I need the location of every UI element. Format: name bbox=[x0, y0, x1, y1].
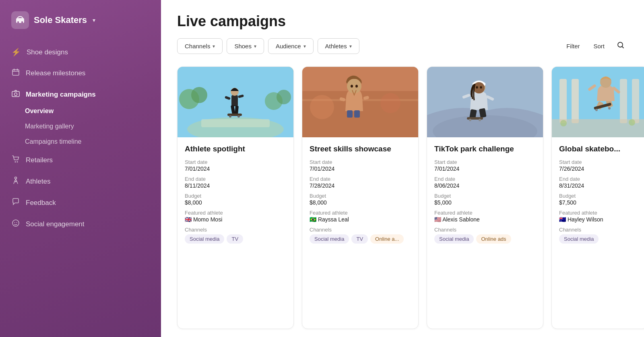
card-title: Athlete spotlight bbox=[185, 145, 286, 153]
brand-icon bbox=[11, 11, 29, 29]
svg-point-28 bbox=[277, 90, 291, 104]
card-channels-field: Channels Social media Online ads bbox=[434, 227, 536, 244]
card-budget-field: Budget $8,000 bbox=[310, 193, 411, 206]
sidebar-sub-campaigns-timeline[interactable]: Campaigns timeline bbox=[25, 134, 161, 149]
card-athlete-field: Featured athlete 🇧🇷 Rayssa Leal bbox=[310, 210, 411, 223]
sidebar-subnav-marketing: Overview Marketing gallery Campaigns tim… bbox=[0, 103, 161, 149]
channels-filter[interactable]: Channels ▾ bbox=[177, 38, 223, 54]
card-channels-tags: Social media TV bbox=[185, 234, 286, 244]
card-budget-field: Budget $5,000 bbox=[434, 193, 536, 206]
budget-label: Budget bbox=[185, 193, 286, 199]
page-title: Live campaigns bbox=[177, 13, 628, 30]
channel-tag-tv: TV bbox=[351, 234, 368, 244]
sidebar-item-marketing-campaigns[interactable]: Marketing campaigns bbox=[0, 84, 161, 105]
svg-point-70 bbox=[629, 119, 635, 126]
svg-point-32 bbox=[310, 95, 334, 119]
svg-point-35 bbox=[351, 85, 353, 88]
svg-rect-16 bbox=[231, 95, 238, 106]
start-label: Start date bbox=[185, 159, 286, 165]
athletes-label: Athletes bbox=[325, 43, 347, 50]
emoji-icon bbox=[11, 219, 20, 229]
card-body-tiktok: TikTok park challenge Start date 7/01/20… bbox=[427, 137, 543, 253]
sidebar-item-release-milestones[interactable]: Release milestones bbox=[0, 62, 161, 84]
card-channels-tags: Social media Online ads bbox=[434, 234, 536, 244]
channel-tag-social-media: Social media bbox=[434, 234, 474, 244]
card-budget-field: Budget $8,000 bbox=[185, 193, 286, 206]
channels-label: Channels bbox=[185, 43, 210, 50]
card-channels-tags: Social media TV Online a... bbox=[310, 234, 411, 244]
sidebar-item-label: Retailers bbox=[26, 156, 53, 164]
card-end-date-field: End date 8/31/2024 bbox=[559, 176, 640, 189]
brand-header[interactable]: Sole Skaters ▾ bbox=[0, 0, 161, 39]
athlete-flag: 🇺🇸 bbox=[434, 216, 441, 223]
shoes-chevron-icon: ▾ bbox=[254, 43, 256, 49]
sidebar-sub-overview[interactable]: Overview bbox=[25, 103, 161, 119]
brand-name: Sole Skaters bbox=[34, 15, 87, 25]
sidebar-item-feedback[interactable]: Feedback bbox=[0, 192, 161, 213]
chat-icon bbox=[11, 198, 20, 208]
card-channels-tags: Social media bbox=[559, 234, 640, 244]
cart-icon bbox=[11, 155, 20, 165]
athlete-name: 🇬🇧 Momo Mosi bbox=[185, 216, 286, 223]
svg-point-33 bbox=[380, 93, 400, 113]
sidebar: Sole Skaters ▾ ⚡ Shoe designs Release mi… bbox=[0, 0, 161, 337]
card-channels-field: Channels Social media TV bbox=[185, 227, 286, 244]
svg-point-5 bbox=[14, 93, 17, 96]
card-end-date-field: End date 8/11/2024 bbox=[185, 176, 286, 189]
svg-point-9 bbox=[12, 220, 19, 226]
sidebar-item-retailers[interactable]: Retailers bbox=[0, 149, 161, 171]
card-body-global: Global skatebo... Start date 7/26/2024 E… bbox=[552, 137, 644, 253]
card-title: Street skills showcase bbox=[310, 145, 411, 153]
sidebar-item-social-engagement[interactable]: Social engagement bbox=[0, 213, 161, 235]
campaign-card-global[interactable]: Global skatebo... Start date 7/26/2024 E… bbox=[551, 66, 644, 329]
athlete-flag: 🇧🇷 bbox=[310, 216, 316, 223]
channel-tag-online: Online a... bbox=[370, 234, 404, 244]
card-athlete-field: Featured athlete 🇦🇺 Hayley Wilson bbox=[559, 210, 640, 223]
page-header: Live campaigns bbox=[161, 0, 644, 38]
campaigns-container: Athlete spotlight Start date 7/01/2024 E… bbox=[161, 62, 644, 337]
search-button[interactable] bbox=[613, 38, 628, 54]
svg-rect-0 bbox=[16, 18, 24, 23]
brand-chevron-icon: ▾ bbox=[93, 17, 95, 23]
card-image-global bbox=[552, 67, 644, 137]
channels-chevron-icon: ▾ bbox=[213, 43, 215, 49]
sidebar-item-shoe-designs[interactable]: ⚡ Shoe designs bbox=[0, 42, 161, 62]
svg-point-46 bbox=[476, 86, 478, 89]
card-image-street-skills bbox=[302, 67, 418, 137]
calendar-icon bbox=[11, 68, 20, 78]
svg-point-68 bbox=[608, 107, 611, 110]
filter-button[interactable]: Filter bbox=[561, 39, 584, 54]
athlete-label: Featured athlete bbox=[185, 210, 286, 216]
svg-point-7 bbox=[17, 161, 18, 163]
athlete-icon bbox=[11, 176, 20, 186]
channels-label: Channels bbox=[185, 227, 286, 233]
sidebar-item-label: Athletes bbox=[26, 178, 50, 186]
sidebar-item-athletes[interactable]: Athletes bbox=[0, 171, 161, 192]
card-image-athlete-spotlight bbox=[178, 67, 293, 137]
athletes-filter[interactable]: Athletes ▾ bbox=[318, 38, 359, 54]
svg-point-2 bbox=[21, 21, 23, 23]
main-content: Live campaigns Channels ▾ Shoes ▾ Audien… bbox=[161, 0, 644, 337]
camera-icon bbox=[11, 89, 20, 99]
audience-filter[interactable]: Audience ▾ bbox=[268, 38, 314, 54]
svg-point-36 bbox=[355, 85, 358, 88]
audience-chevron-icon: ▾ bbox=[303, 43, 306, 49]
sidebar-sub-marketing-gallery[interactable]: Marketing gallery bbox=[25, 119, 161, 134]
shoes-filter[interactable]: Shoes ▾ bbox=[227, 38, 264, 54]
campaign-card-athlete-spotlight[interactable]: Athlete spotlight Start date 7/01/2024 E… bbox=[177, 66, 294, 329]
sidebar-item-label: Feedback bbox=[26, 199, 56, 207]
end-date: 8/11/2024 bbox=[185, 182, 286, 189]
card-image-tiktok bbox=[427, 67, 543, 137]
campaign-card-street-skills[interactable]: Street skills showcase Start date 7/01/2… bbox=[302, 66, 419, 329]
svg-rect-58 bbox=[620, 79, 627, 123]
card-start-date-field: Start date 7/01/2024 bbox=[310, 159, 411, 172]
svg-rect-15 bbox=[201, 119, 270, 127]
card-title: Global skatebo... bbox=[559, 145, 640, 153]
svg-point-1 bbox=[17, 21, 19, 23]
campaign-card-tiktok[interactable]: TikTok park challenge Start date 7/01/20… bbox=[427, 66, 543, 329]
channel-tag-tv: TV bbox=[227, 234, 243, 244]
svg-rect-39 bbox=[347, 110, 353, 118]
sort-button[interactable]: Sort bbox=[588, 39, 609, 54]
budget: $8,000 bbox=[185, 199, 286, 206]
card-start-date-field: Start date 7/26/2024 bbox=[559, 159, 640, 172]
